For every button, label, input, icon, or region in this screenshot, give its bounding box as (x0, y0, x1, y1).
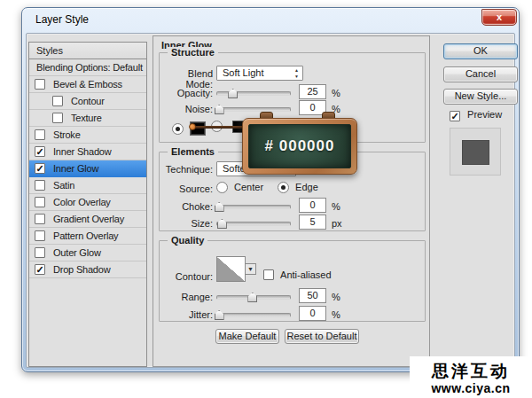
sidebar-item-label: Bevel & Emboss (53, 79, 122, 90)
ok-button[interactable]: OK (443, 43, 518, 59)
technique-label: Technique: (160, 164, 213, 175)
main-panel: Inner Glow Structure Blend Mode: Soft Li… (153, 35, 430, 367)
contour-dropdown-icon[interactable]: ▼ (246, 263, 256, 275)
opacity-slider[interactable] (216, 91, 291, 96)
jitter-label: Jitter: (160, 309, 213, 320)
quality-label: Quality (168, 235, 207, 246)
checked-checkbox[interactable]: ✓ (35, 264, 45, 275)
sidebar-item-contour[interactable]: Contour (29, 93, 146, 110)
sidebar-item-outer-glow[interactable]: Outer Glow (29, 245, 146, 261)
range-row: Range: 50 % (160, 289, 425, 305)
hex-color-value: # 000000 (265, 137, 335, 155)
source-edge-label: Edge (295, 182, 318, 192)
source-center-label: Center (234, 182, 263, 192)
source-row: Source: Center Edge (160, 181, 425, 197)
opacity-input[interactable]: 25 (299, 84, 326, 99)
sidebar-item-label: Drop Shadow (53, 264, 110, 275)
structure-label: Structure (168, 47, 218, 58)
styles-list: Blending Options: DefaultBevel & EmbossC… (29, 59, 146, 278)
jitter-input[interactable]: 0 (299, 306, 326, 321)
range-slider-thumb[interactable] (247, 293, 257, 302)
unchecked-checkbox[interactable] (35, 79, 45, 90)
connector-dot-left (189, 123, 196, 130)
contour-thumbnail[interactable] (216, 256, 246, 282)
jitter-slider-thumb[interactable] (215, 310, 224, 320)
source-label: Source: (160, 183, 213, 194)
source-center-radio[interactable] (216, 182, 228, 193)
blend-mode-select[interactable]: Soft Light ▲▼ (216, 66, 303, 81)
contour-label: Contour: (160, 271, 213, 282)
anti-aliased-label: Anti-aliased (280, 269, 331, 280)
noise-label: Noise: (160, 104, 213, 114)
sidebar-item-satin[interactable]: Satin (29, 177, 146, 194)
sidebar-item-gradient-overlay[interactable]: Gradient Overlay (29, 211, 146, 228)
range-label: Range: (160, 292, 213, 302)
sidebar-item-inner-shadow[interactable]: ✓Inner Shadow (29, 144, 146, 160)
opacity-slider-thumb[interactable] (228, 89, 238, 98)
unchecked-checkbox[interactable] (35, 197, 45, 207)
range-slider[interactable] (216, 295, 291, 300)
chalkboard-frame: # 000000 (242, 118, 357, 175)
size-slider[interactable] (216, 222, 291, 226)
sidebar-item-label: Contour (71, 96, 105, 106)
sidebar-item-stroke[interactable]: Stroke (29, 127, 146, 144)
styles-header: Styles (29, 43, 146, 59)
sidebar-item-pattern-overlay[interactable]: Pattern Overlay (29, 228, 146, 245)
preview-thumbnail (450, 128, 501, 176)
unchecked-checkbox[interactable] (35, 129, 45, 140)
range-input[interactable]: 50 (299, 288, 326, 303)
source-edge-radio[interactable] (278, 182, 289, 193)
watermark-name: 思洋互动 (410, 360, 532, 383)
size-slider-thumb[interactable] (217, 219, 227, 229)
dropdown-arrows-icon: ▲▼ (294, 67, 299, 80)
sidebar-item-inner-glow[interactable]: ✓Inner Glow (29, 160, 146, 177)
choke-slider[interactable] (216, 205, 291, 209)
chalkboard: # 000000 (248, 124, 351, 168)
noise-slider-thumb[interactable] (215, 105, 224, 114)
opacity-label: Opacity: (160, 88, 213, 98)
unchecked-checkbox[interactable] (35, 230, 45, 241)
cancel-button[interactable]: Cancel (443, 66, 518, 82)
preview-checkbox[interactable]: ✓ (450, 111, 460, 121)
choke-label: Choke: (160, 201, 213, 212)
anti-aliased-checkbox[interactable] (263, 269, 274, 280)
size-input[interactable]: 5 (299, 215, 326, 230)
range-unit: % (332, 292, 340, 302)
jitter-unit: % (332, 309, 340, 320)
choke-input[interactable]: 0 (299, 198, 326, 213)
layer-style-dialog: Layer Style x Styles Blending Options: D… (21, 7, 520, 372)
sidebar-item-drop-shadow[interactable]: ✓Drop Shadow (29, 261, 146, 278)
color-radio[interactable] (172, 123, 184, 135)
make-default-button[interactable]: Make Default (215, 329, 279, 344)
reset-to-default-button[interactable]: Reset to Default (285, 329, 359, 344)
sidebar-item-label: Gradient Overlay (53, 214, 124, 224)
jitter-slider[interactable] (216, 313, 291, 317)
sidebar-item-label: Stroke (53, 129, 81, 140)
unchecked-checkbox[interactable] (35, 247, 45, 258)
checked-checkbox[interactable]: ✓ (35, 163, 45, 174)
blend-mode-value: Soft Light (223, 67, 263, 78)
title-bar[interactable]: Layer Style x (22, 8, 519, 32)
new-style-button[interactable]: New Style... (443, 89, 518, 105)
close-icon[interactable]: x (481, 9, 517, 26)
unchecked-checkbox[interactable] (52, 113, 63, 123)
watermark-url: www.ciya.cn (410, 381, 532, 395)
sidebar-item-texture[interactable]: Texture (29, 110, 146, 127)
blend-mode-row: Blend Mode: Soft Light ▲▼ (160, 66, 425, 82)
jitter-row: Jitter: 0 % (160, 307, 425, 323)
sidebar-item-blending-options-default[interactable]: Blending Options: Default (29, 59, 146, 76)
size-unit: px (332, 218, 342, 229)
sidebar-item-color-overlay[interactable]: Color Overlay (29, 194, 146, 211)
choke-slider-thumb[interactable] (215, 202, 224, 212)
sidebar-item-bevel-emboss[interactable]: Bevel & Emboss (29, 76, 146, 93)
chalkboard-annotation: # 000000 (242, 112, 357, 175)
unchecked-checkbox[interactable] (52, 96, 63, 106)
opacity-row: Opacity: 25 % (160, 85, 425, 101)
unchecked-checkbox[interactable] (35, 214, 45, 224)
sidebar-item-label: Inner Glow (53, 163, 98, 174)
size-label: Size: (160, 218, 213, 229)
checked-checkbox[interactable]: ✓ (35, 146, 45, 157)
sidebar-item-label: Color Overlay (53, 197, 111, 207)
unchecked-checkbox[interactable] (35, 180, 45, 191)
elements-label: Elements (168, 146, 218, 157)
